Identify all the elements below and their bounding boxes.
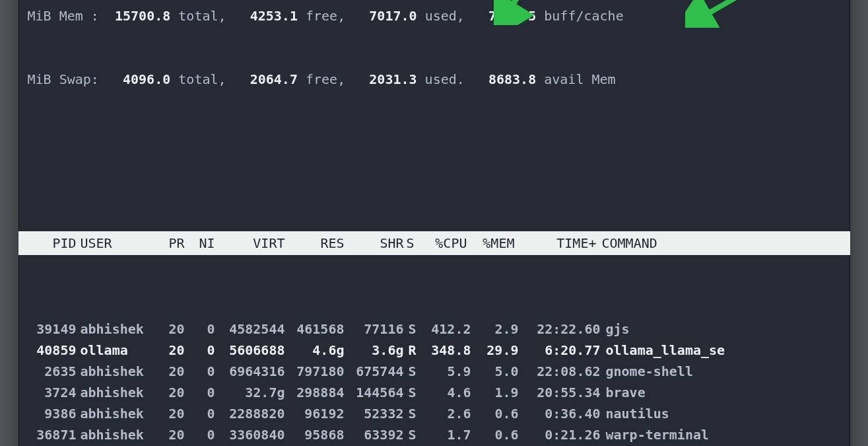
cell-cpu: 1.7	[421, 424, 471, 445]
process-row[interactable]: 3724abhishek20032.7g298884144564S4.61.92…	[28, 382, 845, 403]
cell-res: 298884	[285, 382, 345, 403]
cell-res: 797180	[285, 361, 345, 382]
cell-time: 0:21.26	[519, 424, 601, 445]
cell-shr: 52332	[345, 403, 404, 424]
cell-time: 20:55.34	[519, 382, 601, 403]
cell-pr: 20	[152, 382, 185, 403]
cell-s: S	[404, 424, 421, 445]
terminal-window: ollama run llama2 ✕ top + ~ top MiB Mem …	[18, 0, 850, 446]
process-row[interactable]: 39149abhishek200458254446156877116S412.2…	[28, 318, 845, 340]
cell-s: S	[404, 403, 421, 424]
col-cpu[interactable]: %CPU	[417, 233, 467, 254]
mem-line: MiB Mem : 15700.8 total, 4253.1 free, 70…	[28, 5, 845, 26]
cell-cmd: warp-terminal	[601, 424, 845, 445]
cell-virt: 2288820	[215, 403, 285, 424]
cell-time: 22:22.60	[519, 318, 601, 340]
cell-user: ollama	[77, 340, 152, 361]
col-shr[interactable]: SHR	[345, 233, 404, 254]
col-s[interactable]: S	[404, 233, 417, 254]
cell-shr: 675744	[345, 361, 404, 382]
process-row[interactable]: 9386abhishek20022888209619252332S2.60.60…	[28, 403, 845, 424]
cell-virt: 32.7g	[215, 382, 285, 403]
cell-virt: 4582544	[215, 318, 285, 340]
cell-shr: 77116	[345, 318, 404, 340]
cell-virt: 5606688	[215, 340, 285, 361]
cell-ni: 0	[185, 424, 215, 445]
cell-res: 96192	[285, 403, 345, 424]
cell-virt: 6964316	[215, 361, 285, 382]
cell-shr: 144564	[345, 382, 404, 403]
col-res[interactable]: RES	[285, 233, 345, 254]
cell-cpu: 2.6	[421, 403, 471, 424]
col-mem[interactable]: %MEM	[467, 233, 515, 254]
cell-pid: 39149	[28, 318, 77, 340]
cell-pid: 3724	[28, 382, 77, 403]
cell-time: 6:20.77	[519, 340, 601, 361]
cell-cmd: nautilus	[601, 403, 845, 424]
col-time[interactable]: TIME+	[515, 233, 597, 254]
cell-pid: 40859	[28, 340, 77, 361]
cell-mem: 29.9	[471, 340, 519, 361]
cell-mem: 0.6	[471, 403, 519, 424]
col-pid[interactable]: PID	[28, 233, 77, 254]
cell-cpu: 5.9	[421, 361, 471, 382]
cell-pr: 20	[152, 403, 185, 424]
cell-mem: 5.0	[471, 361, 519, 382]
cell-pid: 2635	[28, 361, 77, 382]
cell-mem: 0.6	[471, 424, 519, 445]
process-header[interactable]: PID USER PR NI VIRT RES SHR S %CPU %MEM …	[18, 231, 850, 255]
cell-ni: 0	[185, 403, 215, 424]
terminal-output[interactable]: ~ top MiB Mem : 15700.8 total, 4253.1 fr…	[18, 0, 850, 446]
process-list: 39149abhishek200458254446156877116S412.2…	[28, 318, 845, 446]
col-cmd[interactable]: COMMAND	[597, 233, 845, 254]
cell-cmd: brave	[601, 382, 845, 403]
col-virt[interactable]: VIRT	[215, 233, 285, 254]
cell-ni: 0	[185, 382, 215, 403]
cell-time: 0:36.40	[519, 403, 601, 424]
col-user[interactable]: USER	[77, 233, 152, 254]
cell-pr: 20	[152, 340, 185, 361]
cell-cmd: ollama_llama_se	[601, 340, 845, 361]
col-ni[interactable]: NI	[185, 233, 215, 254]
cell-shr: 3.6g	[345, 340, 404, 361]
cell-res: 95868	[285, 424, 345, 445]
cell-pr: 20	[152, 361, 185, 382]
cell-pid: 9386	[28, 403, 77, 424]
cell-mem: 2.9	[471, 318, 519, 340]
cell-user: abhishek	[77, 361, 152, 382]
cell-pr: 20	[152, 424, 185, 445]
col-pr[interactable]: PR	[152, 233, 185, 254]
cell-user: abhishek	[77, 403, 152, 424]
cell-s: S	[404, 318, 421, 340]
cell-shr: 63392	[345, 424, 404, 445]
process-row[interactable]: 36871abhishek20033608409586863392S1.70.6…	[28, 424, 845, 445]
cell-ni: 0	[185, 340, 215, 361]
cell-ni: 0	[185, 361, 215, 382]
cell-time: 22:08.62	[519, 361, 601, 382]
cell-user: abhishek	[77, 424, 152, 445]
swap-line: MiB Swap: 4096.0 total, 2064.7 free, 203…	[28, 69, 845, 90]
cell-mem: 1.9	[471, 382, 519, 403]
cell-cmd: gnome-shell	[601, 361, 845, 382]
cell-res: 4.6g	[285, 340, 345, 361]
cell-s: R	[404, 340, 421, 361]
cell-pid: 36871	[28, 424, 77, 445]
cell-cmd: gjs	[601, 318, 845, 340]
cell-res: 461568	[285, 318, 345, 340]
cell-s: S	[404, 382, 421, 403]
process-row[interactable]: 40859ollama20056066884.6g3.6gR348.829.96…	[28, 340, 845, 361]
cell-virt: 3360840	[215, 424, 285, 445]
cell-user: abhishek	[77, 318, 152, 340]
cell-cpu: 4.6	[421, 382, 471, 403]
cell-cpu: 412.2	[421, 318, 471, 340]
cell-cpu: 348.8	[421, 340, 471, 361]
cell-s: S	[404, 361, 421, 382]
cell-user: abhishek	[77, 382, 152, 403]
cell-pr: 20	[152, 318, 185, 340]
cell-ni: 0	[185, 318, 215, 340]
process-row[interactable]: 2635abhishek2006964316797180675744S5.95.…	[28, 361, 845, 382]
